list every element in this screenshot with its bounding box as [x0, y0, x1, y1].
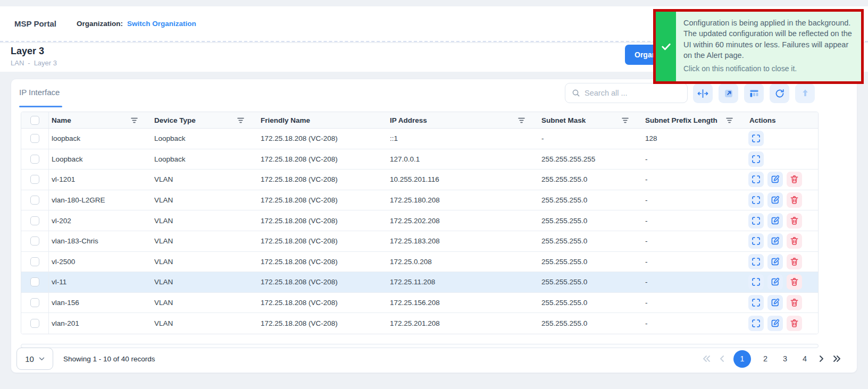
cell-subnet-mask: 255.255.255.0	[539, 319, 642, 327]
page-3-button[interactable]: 3	[780, 354, 790, 363]
cell-subnet-prefix-length: -	[642, 237, 747, 245]
first-page-button[interactable]	[703, 355, 711, 362]
delete-button[interactable]	[787, 213, 802, 229]
table-toolbar	[693, 83, 815, 103]
row-select-cell	[21, 293, 49, 313]
row-checkbox[interactable]	[30, 257, 39, 266]
row-checkbox[interactable]	[30, 319, 39, 328]
row-checkbox[interactable]	[30, 175, 39, 184]
edit-button[interactable]	[767, 254, 783, 269]
page-4-button[interactable]: 4	[799, 354, 810, 363]
delete-button[interactable]	[787, 192, 802, 208]
delete-button[interactable]	[787, 295, 802, 310]
table-row[interactable]: vlan-183-ChrisVLAN172.25.18.208 (VC-208)…	[21, 231, 818, 252]
notification-toast[interactable]: Configuration is being applied in the ba…	[653, 9, 864, 84]
edit-button[interactable]	[767, 316, 783, 331]
column-label: Friendly Name	[261, 116, 310, 124]
delete-button[interactable]	[787, 172, 802, 187]
table-row[interactable]: loopbackLoopback172.25.18.208 (VC-208)::…	[21, 129, 818, 149]
expand-button[interactable]	[748, 254, 764, 269]
fit-columns-icon-button[interactable]	[693, 83, 713, 103]
expand-button[interactable]	[748, 131, 764, 146]
expand-button[interactable]	[748, 213, 764, 229]
table-row[interactable]: vl-2500VLAN172.25.18.208 (VC-208)172.25.…	[21, 252, 818, 273]
next-page-button[interactable]	[819, 355, 824, 362]
pagination: 1234	[703, 348, 841, 370]
table-row[interactable]: vlan-156VLAN172.25.18.208 (VC-208)172.25…	[21, 293, 818, 314]
edit-button[interactable]	[767, 172, 783, 187]
filter-icon[interactable]	[518, 117, 525, 123]
table-row[interactable]: vlan-180-L2GREVLAN172.25.18.208 (VC-208)…	[21, 190, 818, 211]
page-1-button[interactable]: 1	[733, 350, 751, 368]
table-row[interactable]: vl-202VLAN172.25.18.208 (VC-208)172.25.2…	[21, 210, 818, 231]
portal-title[interactable]: MSP Portal	[14, 19, 56, 28]
delete-button[interactable]	[787, 254, 802, 269]
select-all-checkbox[interactable]	[30, 116, 39, 125]
filter-icon[interactable]	[726, 117, 733, 123]
cell-friendly-name: 172.25.18.208 (VC-208)	[258, 217, 387, 225]
table-row[interactable]: vl-11VLAN172.25.18.208 (VC-208)172.25.11…	[21, 272, 818, 293]
columns-icon-button[interactable]	[744, 83, 764, 103]
edit-button[interactable]	[767, 213, 783, 229]
expand-button[interactable]	[748, 233, 764, 249]
search-box[interactable]	[565, 83, 688, 103]
cell-friendly-name: 172.25.18.208 (VC-208)	[258, 196, 387, 204]
row-checkbox[interactable]	[30, 196, 39, 205]
cell-subnet-prefix-length: -	[642, 217, 747, 225]
cell-device-type: Loopback	[152, 134, 258, 142]
tab-ip-interface[interactable]: IP Interface	[19, 88, 60, 97]
row-checkbox[interactable]	[30, 236, 39, 246]
refresh-icon-button[interactable]	[770, 83, 789, 103]
page-2-button[interactable]: 2	[760, 354, 771, 363]
last-page-button[interactable]	[833, 355, 841, 362]
breadcrumb-parent[interactable]: LAN	[11, 59, 24, 67]
search-input[interactable]	[585, 89, 681, 97]
delete-button[interactable]	[787, 233, 802, 249]
expand-button[interactable]	[748, 316, 764, 331]
edit-button[interactable]	[767, 295, 783, 310]
cell-name: vl-202	[49, 217, 152, 225]
expand-button[interactable]	[748, 274, 764, 290]
cell-subnet-prefix-length: -	[642, 258, 747, 266]
filter-icon[interactable]	[622, 117, 629, 123]
cell-subnet-mask: 255.255.255.0	[539, 299, 642, 307]
filter-icon[interactable]	[131, 117, 138, 123]
row-checkbox[interactable]	[30, 298, 39, 307]
row-checkbox[interactable]	[30, 277, 39, 286]
cell-device-type: Loopback	[152, 155, 258, 163]
table-row[interactable]: LoopbackLoopback172.25.18.208 (VC-208)12…	[21, 149, 818, 170]
filter-icon[interactable]	[237, 117, 244, 123]
cell-device-type: VLAN	[152, 299, 258, 307]
edit-button[interactable]	[767, 192, 783, 208]
column-header-subnet-mask: Subnet Mask	[539, 112, 642, 128]
row-actions	[747, 295, 818, 310]
row-checkbox[interactable]	[30, 216, 39, 225]
cell-subnet-mask: -	[539, 134, 642, 142]
edit-button[interactable]	[767, 274, 783, 290]
expand-button[interactable]	[748, 172, 764, 187]
delete-button[interactable]	[787, 316, 802, 331]
cell-subnet-mask: 255.255.255.0	[539, 258, 642, 266]
edit-button[interactable]	[767, 233, 783, 249]
upload-icon-button[interactable]	[795, 83, 815, 103]
table-row[interactable]: vl-1201VLAN172.25.18.208 (VC-208)10.255.…	[21, 170, 818, 190]
organization-link[interactable]: Switch Organization	[127, 20, 196, 28]
prev-page-button[interactable]	[720, 355, 724, 362]
table-row[interactable]: vlan-201VLAN172.25.18.208 (VC-208)172.25…	[21, 313, 818, 334]
row-checkbox[interactable]	[30, 134, 39, 143]
delete-button[interactable]	[787, 274, 802, 290]
expand-button[interactable]	[748, 295, 764, 310]
table-body: loopbackLoopback172.25.18.208 (VC-208)::…	[21, 129, 818, 334]
cell-ip-address: 172.25.183.208	[387, 237, 539, 245]
column-label: IP Address	[390, 116, 427, 124]
expand-button[interactable]	[748, 151, 764, 167]
page-size-select[interactable]: 10	[16, 348, 53, 370]
cell-name: vlan-180-L2GRE	[49, 196, 152, 204]
open-external-icon-button[interactable]	[719, 83, 738, 103]
column-header-actions: Actions	[747, 112, 818, 128]
row-checkbox[interactable]	[30, 155, 39, 164]
column-header-device-type: Device Type	[152, 112, 258, 128]
column-label: Device Type	[154, 116, 196, 124]
cell-name: vlan-201	[49, 319, 152, 327]
expand-button[interactable]	[748, 192, 764, 208]
